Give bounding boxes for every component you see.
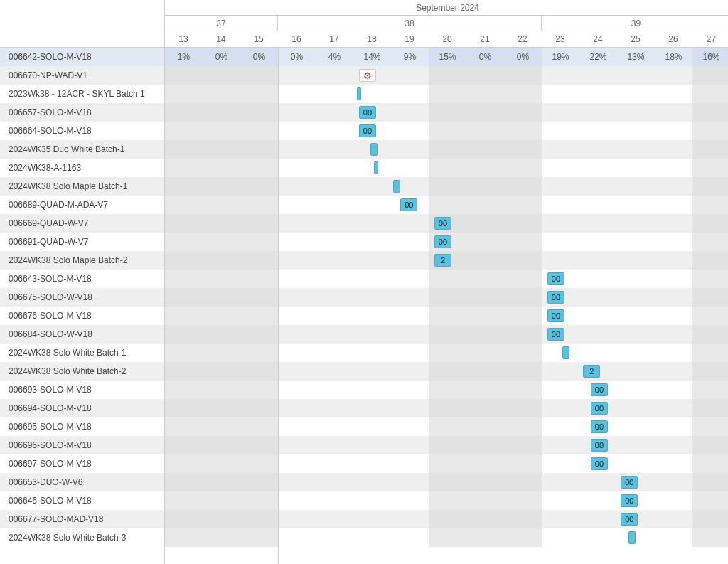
task-bar[interactable]: 00 [547,309,564,322]
table-row[interactable]: 006695-SOLO-M-V18 [0,417,164,436]
grid-cell [429,122,466,140]
grid-cell [466,66,504,85]
table-row[interactable]: 006642-SOLO-M-V18 [0,48,164,66]
table-row[interactable]: 00 [165,233,728,251]
grid-cell [617,381,655,399]
table-row[interactable]: 00 [165,436,728,454]
timeline-grid[interactable]: 1%0%0%0%4%14%9%15%0%0%19%22%13%18%16%⚙00… [165,48,728,564]
table-row[interactable]: 2024WK35 Duo White Batch-1 [0,140,164,159]
task-bar[interactable]: 00 [591,420,608,433]
table-row[interactable]: 00 [165,103,728,122]
task-bar[interactable] [562,346,569,359]
task-bar[interactable]: 00 [591,439,608,452]
table-row[interactable]: 006646-SOLO-M-V18 [0,491,164,510]
table-row[interactable] [165,528,728,547]
table-row[interactable]: 006669-QUAD-W-V7 [0,214,164,233]
table-row[interactable]: 2024WK38 Solo Maple Batch-2 [0,251,164,270]
table-row[interactable]: 006691-QUAD-W-V7 [0,233,164,251]
table-row[interactable]: 006676-SOLO-M-V18 [0,307,164,325]
task-bar[interactable] [628,531,636,544]
task-bar[interactable]: 00 [621,513,638,526]
settings-icon[interactable]: ⚙ [359,69,376,82]
grid-cell [203,436,240,454]
table-row[interactable]: 00 [165,196,728,214]
table-row[interactable]: ⚙ [165,66,728,85]
table-row[interactable]: 2023Wk38 - 12ACR - SKYL Batch 1 [0,85,164,103]
table-row[interactable]: 006664-SOLO-M-V18 [0,122,164,140]
table-row[interactable]: 1%0%0%0%4%14%9%15%0%0%19%22%13%18%16% [165,48,728,66]
table-row[interactable]: 006653-DUO-W-V6 [0,473,164,491]
table-row[interactable]: 006689-QUAD-M-ADA-V7 [0,196,164,214]
table-row[interactable]: 2 [165,251,728,270]
grid-cell [579,491,617,510]
task-bar[interactable] [393,180,400,193]
task-bar[interactable]: 00 [400,198,417,211]
table-row[interactable]: 00 [165,491,728,510]
table-row[interactable]: 00 [165,417,728,436]
task-bar[interactable]: 00 [547,272,564,285]
grid-cell [278,196,316,214]
table-row[interactable]: 2024WK38-A-1163 [0,159,164,177]
grid-cell [579,140,617,159]
task-bar[interactable]: 00 [591,402,608,415]
task-bar[interactable]: 00 [621,494,638,507]
table-row[interactable]: 2024WK38 Solo White Batch-2 [0,362,164,381]
table-row[interactable]: 00 [165,307,728,325]
table-row[interactable]: 006694-SOLO-M-V18 [0,399,164,417]
task-bar[interactable]: 00 [434,217,451,230]
table-row[interactable] [165,177,728,196]
grid-cell [353,233,391,251]
table-row[interactable]: 00 [165,288,728,307]
table-row[interactable]: 006677-SOLO-MAD-V18 [0,510,164,528]
task-bar[interactable]: 00 [359,124,376,137]
table-row[interactable]: 006670-NP-WAD-V1 [0,66,164,85]
table-row[interactable]: 00 [165,270,728,288]
grid-cell [391,381,429,399]
table-row[interactable]: 006697-SOLO-M-V18 [0,454,164,473]
task-bar[interactable]: 00 [621,476,638,489]
table-row[interactable]: 2024WK38 Solo White Batch-3 [0,528,164,547]
table-row[interactable] [165,85,728,103]
table-row[interactable] [165,344,728,362]
table-row[interactable]: 006684-SOLO-W-V18 [0,325,164,344]
grid-cell [429,381,466,399]
grid-cell [240,510,278,528]
grid-cell [504,381,542,399]
task-bar[interactable] [357,87,361,100]
task-bar[interactable]: 00 [591,383,608,396]
table-row[interactable]: 006675-SOLO-W-V18 [0,288,164,307]
task-bar[interactable] [374,161,378,174]
task-bar[interactable]: 00 [359,106,376,119]
table-row[interactable]: 00 [165,122,728,140]
table-row[interactable]: 006693-SOLO-M-V18 [0,381,164,399]
table-row[interactable]: 00 [165,381,728,399]
grid-cell: 14% [353,48,391,66]
table-row[interactable]: 006657-SOLO-M-V18 [0,103,164,122]
table-row[interactable] [165,140,728,159]
grid-cell [353,307,391,325]
task-bar[interactable]: 2 [583,365,600,378]
table-row[interactable]: 006696-SOLO-M-V18 [0,436,164,454]
table-row[interactable]: 2024WK38 Solo White Batch-1 [0,344,164,362]
table-row[interactable]: 00 [165,454,728,473]
table-row[interactable] [165,159,728,177]
task-bar[interactable]: 2 [434,254,451,267]
grid-cell [278,177,316,196]
grid-cell [278,473,316,491]
table-row[interactable]: 006643-SOLO-M-V18 [0,270,164,288]
task-bar[interactable]: 00 [591,457,608,470]
table-row[interactable]: 00 [165,510,728,528]
table-row[interactable]: 2024WK38 Solo Maple Batch-1 [0,177,164,196]
grid-cell [203,325,240,344]
table-row[interactable]: 2 [165,362,728,381]
task-bar[interactable]: 00 [547,328,564,341]
task-bar[interactable]: 00 [434,235,451,248]
table-row[interactable]: 00 [165,399,728,417]
table-row[interactable]: 00 [165,473,728,491]
grid-cell [316,270,353,288]
task-bar[interactable] [370,143,378,156]
table-row[interactable]: 00 [165,214,728,233]
table-row[interactable]: 00 [165,325,728,344]
task-bar[interactable]: 00 [547,291,564,304]
row-label: 006689-QUAD-M-ADA-V7 [0,200,108,210]
